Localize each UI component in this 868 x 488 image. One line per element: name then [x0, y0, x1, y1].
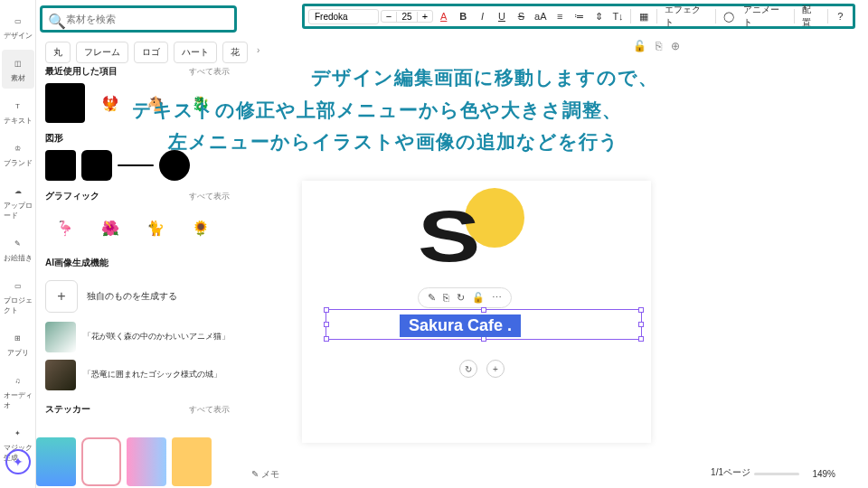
- lock-icon[interactable]: 🔓: [472, 292, 485, 304]
- section-stickers-title: ステッカー: [45, 403, 90, 416]
- sticker-thumb[interactable]: [172, 437, 212, 486]
- graphic-flower[interactable]: 🌺: [90, 208, 130, 248]
- handle-tm[interactable]: [481, 307, 486, 313]
- nav-upload[interactable]: ☁アップロード: [2, 177, 34, 226]
- vertical-text-button[interactable]: T↓: [609, 7, 627, 25]
- font-size-control: − 25 +: [381, 10, 433, 23]
- ai-item-castle[interactable]: 「恐竜に囲まれたゴシック様式の城」: [45, 356, 230, 394]
- duplicate-icon[interactable]: ⎘: [656, 40, 662, 52]
- nav-draw[interactable]: ✎お絵描き: [2, 230, 34, 268]
- bold-button[interactable]: B: [454, 7, 471, 25]
- section-recent-title: 最近使用した項目: [45, 65, 118, 78]
- pencil-icon: ✎: [10, 235, 26, 251]
- text-color-button[interactable]: A: [435, 7, 452, 25]
- search-box[interactable]: 🔍: [40, 5, 237, 33]
- shape-circle[interactable]: [159, 150, 190, 181]
- shapes-icon: ◫: [10, 55, 26, 71]
- edit-icon[interactable]: ✎: [428, 292, 436, 304]
- list-button[interactable]: ≔: [571, 7, 588, 25]
- copy-icon[interactable]: ⎘: [443, 292, 449, 304]
- handle-bl[interactable]: [324, 336, 329, 342]
- text-icon: T: [10, 98, 26, 114]
- logo-graphic[interactable]: S: [416, 188, 537, 278]
- transparency-button[interactable]: ▦: [635, 7, 652, 25]
- lock-icon[interactable]: 🔓: [633, 40, 646, 52]
- italic-button[interactable]: I: [474, 7, 491, 25]
- shape-line[interactable]: [118, 164, 154, 166]
- effects-button[interactable]: エフェクト: [661, 4, 712, 29]
- sticker-thumb[interactable]: [81, 437, 121, 486]
- add-page-icon[interactable]: ⊕: [671, 40, 680, 52]
- divider: [630, 9, 631, 23]
- tag-frame[interactable]: フレーム: [76, 42, 128, 63]
- tag-heart[interactable]: ハート: [174, 42, 217, 63]
- add-icon[interactable]: +: [486, 360, 505, 378]
- handle-tl[interactable]: [324, 307, 329, 313]
- shape-square[interactable]: [45, 150, 76, 181]
- handle-tr[interactable]: [638, 307, 644, 313]
- handle-ml[interactable]: [324, 322, 329, 327]
- context-toolbar: ✎ ⎘ ↻ 🔓 ⋯: [418, 287, 512, 308]
- font-select[interactable]: Fredoka: [308, 9, 379, 24]
- ai-fab-button[interactable]: ✦: [5, 449, 31, 474]
- size-increase-button[interactable]: +: [418, 11, 432, 22]
- below-controls: ↻ +: [459, 360, 505, 378]
- section-shapes-title: 図形: [45, 132, 63, 145]
- thumb-square[interactable]: [45, 83, 85, 123]
- nav-apps[interactable]: ⊞アプリ: [2, 324, 34, 363]
- sticker-thumb[interactable]: [127, 437, 166, 486]
- bottom-left: ✦: [5, 437, 212, 486]
- align-button[interactable]: ≡: [552, 7, 569, 25]
- animate-button[interactable]: アニメート: [740, 4, 791, 29]
- nav-design[interactable]: ▭デザイン: [2, 7, 34, 46]
- nav-projects[interactable]: ▭プロジェクト: [2, 272, 34, 321]
- text-element[interactable]: Sakura Cafe .: [400, 314, 521, 337]
- case-button[interactable]: aA: [532, 7, 549, 25]
- divider: [656, 9, 657, 23]
- sync-icon[interactable]: ↻: [457, 292, 465, 304]
- graphic-cat[interactable]: 🐈: [136, 208, 175, 248]
- spacing-button[interactable]: ⇕: [590, 7, 607, 25]
- underline-button[interactable]: U: [493, 7, 510, 25]
- nav-elements[interactable]: ◫素材: [2, 50, 34, 89]
- tag-circle[interactable]: 丸: [45, 42, 71, 63]
- divider: [794, 9, 795, 23]
- nav-brand[interactable]: ♔ブランド: [2, 135, 34, 174]
- crown-icon: ♔: [10, 140, 26, 156]
- graphic-sun[interactable]: 🌻: [181, 208, 221, 248]
- zoom-value[interactable]: 149%: [812, 469, 835, 479]
- size-decrease-button[interactable]: −: [382, 11, 396, 22]
- thumb-phoenix[interactable]: 🐦‍🔥: [90, 83, 130, 123]
- memo-button[interactable]: ✎ メモ: [251, 468, 279, 481]
- section-graphics-all[interactable]: すべて表示: [189, 191, 230, 202]
- ai-generate-button[interactable]: + 独自のものを生成する: [45, 275, 230, 318]
- nav-audio[interactable]: ♫オーディオ: [2, 367, 34, 416]
- graphic-bird[interactable]: 🦩: [45, 208, 85, 248]
- section-stickers-all[interactable]: すべて表示: [189, 404, 230, 416]
- handle-br[interactable]: [638, 336, 644, 342]
- search-icon: 🔍: [48, 13, 61, 25]
- tag-more-icon[interactable]: ›: [253, 42, 263, 63]
- tag-logo[interactable]: ロゴ: [134, 42, 168, 63]
- shape-rounded[interactable]: [81, 150, 112, 181]
- divider: [827, 9, 828, 23]
- section-recent-all[interactable]: すべて表示: [189, 66, 230, 78]
- help-icon[interactable]: ?: [831, 7, 848, 25]
- page-indicator[interactable]: 1/1ページ: [711, 466, 750, 479]
- thumb-dragon[interactable]: 🐉: [181, 83, 221, 123]
- arrange-button[interactable]: 配置: [798, 4, 823, 29]
- music-icon: ♫: [10, 372, 26, 389]
- sticker-thumb[interactable]: [36, 437, 76, 486]
- handle-mr[interactable]: [638, 322, 644, 327]
- cycle-icon[interactable]: ↻: [459, 360, 477, 378]
- tag-flower[interactable]: 花: [222, 42, 248, 63]
- more-icon[interactable]: ⋯: [492, 292, 502, 304]
- ai-thumb: [45, 360, 76, 390]
- thumb-horse[interactable]: 🐴: [136, 83, 175, 123]
- search-input[interactable]: [66, 14, 229, 24]
- strike-button[interactable]: S: [513, 7, 530, 25]
- ai-item-cat[interactable]: 「花が咲く森の中のかわいいアニメ猫」: [45, 318, 230, 356]
- size-value[interactable]: 25: [396, 12, 418, 22]
- nav-text[interactable]: Tテキスト: [2, 92, 34, 131]
- zoom-slider[interactable]: [754, 473, 799, 475]
